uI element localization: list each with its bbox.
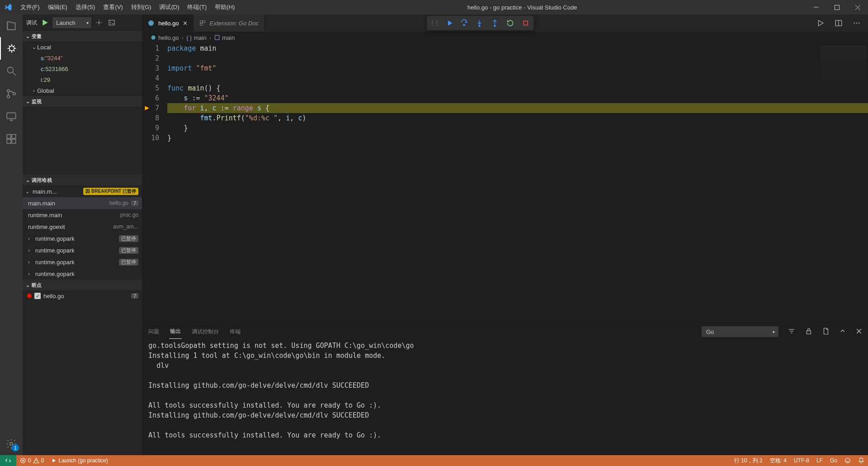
- maximize-button[interactable]: [826, 0, 847, 14]
- close-panel-icon[interactable]: [855, 328, 863, 336]
- variable-row[interactable]: i: 29: [23, 74, 142, 85]
- breakpoint-row[interactable]: ✓ hello.go 7: [23, 290, 142, 301]
- variable-row[interactable]: s: "3244": [23, 52, 142, 63]
- restart-button[interactable]: [505, 18, 516, 29]
- status-errors[interactable]: 0 0: [16, 455, 47, 466]
- debug-settings-gear-icon[interactable]: [94, 18, 104, 28]
- status-indent[interactable]: 空格: 4: [766, 455, 790, 466]
- status-cursor[interactable]: 行 10，列 2: [730, 455, 766, 466]
- chevron-down-icon: ⌄: [24, 177, 32, 183]
- status-launch[interactable]: Launch (go practice): [47, 455, 111, 466]
- svg-rect-18: [109, 20, 114, 25]
- open-log-file-icon[interactable]: [822, 327, 830, 337]
- start-debug-button[interactable]: [40, 18, 50, 28]
- menu-item[interactable]: 查看(V): [99, 0, 127, 14]
- menu-item[interactable]: 调试(D): [155, 0, 183, 14]
- maximize-panel-icon[interactable]: [839, 328, 846, 336]
- stack-frame-collapsed[interactable]: ›runtime.gopark 已暂停: [23, 244, 142, 256]
- stack-frame[interactable]: runtime.main proc.go: [23, 209, 142, 221]
- activity-extensions[interactable]: [0, 128, 23, 150]
- debug-config-select[interactable]: Launch: [52, 17, 91, 28]
- status-encoding[interactable]: UTF-8: [790, 455, 813, 466]
- stack-frame[interactable]: runtime.goexit asm_am...: [23, 221, 142, 233]
- breakpoint-checkbox[interactable]: ✓: [34, 293, 41, 299]
- editor-tab[interactable]: Extension: Go Doc: [194, 14, 265, 32]
- menu-item[interactable]: 选择(S): [71, 0, 99, 14]
- watch-section-header[interactable]: ⌄ 监视: [23, 96, 142, 107]
- menu-item[interactable]: 编辑(E): [44, 0, 71, 14]
- watch-body: [23, 107, 142, 175]
- menu-item[interactable]: 帮助(H): [211, 0, 239, 14]
- step-out-button[interactable]: [489, 18, 500, 29]
- menu-item[interactable]: 文件(F): [16, 0, 44, 14]
- activity-search[interactable]: [0, 60, 23, 82]
- filter-icon[interactable]: [787, 327, 796, 337]
- breakpoints-section-header[interactable]: ⌄ 断点: [23, 280, 142, 290]
- variables-section-header[interactable]: ⌄ 变量: [23, 31, 142, 42]
- panel-tab[interactable]: 终端: [229, 324, 242, 339]
- window-title: hello.go - go practice - Visual Studio C…: [239, 4, 806, 11]
- editor-group: hello.go✕Extension: Go Doc ⋮⋮ hello.go›{…: [142, 14, 868, 455]
- editor-tab[interactable]: hello.go✕: [142, 14, 194, 32]
- activity-remote[interactable]: [0, 105, 23, 128]
- close-window-button[interactable]: [847, 0, 868, 14]
- stack-frame-collapsed[interactable]: ›runtime.gopark 已暂停: [23, 233, 142, 244]
- panel-tabs: 问题输出调试控制台终端 Go: [142, 324, 868, 339]
- activity-source-control[interactable]: [0, 82, 23, 105]
- split-editor-button[interactable]: [834, 18, 844, 28]
- step-into-button[interactable]: [474, 18, 485, 29]
- status-feedback-icon[interactable]: [841, 455, 854, 466]
- svg-rect-10: [7, 113, 16, 119]
- chevron-down-icon: ⌄: [24, 99, 32, 105]
- stack-frame[interactable]: main.main hello.go7: [23, 197, 142, 209]
- lock-scroll-icon[interactable]: [805, 327, 813, 337]
- svg-point-7: [7, 90, 9, 92]
- bottom-panel: 问题输出调试控制台终端 Go go.toolsGo: [142, 324, 868, 455]
- breakpoint-dot-icon: [27, 294, 32, 298]
- activity-settings[interactable]: 1: [0, 433, 23, 455]
- step-over-button[interactable]: [459, 18, 470, 29]
- menu-item[interactable]: 转到(G): [127, 0, 156, 14]
- debug-toolbar[interactable]: ⋮⋮: [427, 16, 534, 30]
- continue-button[interactable]: [443, 18, 454, 29]
- drag-handle-icon[interactable]: ⋮⋮: [430, 20, 439, 26]
- status-lang[interactable]: Go: [826, 455, 841, 466]
- more-actions-button[interactable]: [852, 18, 862, 28]
- svg-point-9: [13, 92, 15, 95]
- output-body[interactable]: go.toolsGopath setting is not set. Using…: [142, 339, 868, 455]
- activity-run-debug[interactable]: [0, 37, 23, 60]
- code-editor[interactable]: 12345678910 package main import "fmt" fu…: [142, 43, 868, 324]
- debug-console-icon[interactable]: [107, 18, 117, 28]
- activity-explorer[interactable]: [0, 14, 23, 37]
- breadcrumb-item[interactable]: main: [214, 34, 235, 41]
- scope-global[interactable]: › Global: [23, 85, 142, 96]
- minimap[interactable]: [821, 45, 866, 90]
- stack-frame-collapsed[interactable]: ›runtime.gopark: [23, 268, 142, 280]
- output-channel-select[interactable]: Go: [702, 326, 778, 337]
- run-file-button[interactable]: [816, 18, 825, 28]
- remote-indicator[interactable]: [0, 455, 16, 466]
- stack-frame-collapsed[interactable]: ›runtime.gopark 已暂停: [23, 256, 142, 268]
- close-tab-icon[interactable]: ✕: [183, 20, 188, 27]
- panel-tab[interactable]: 输出: [169, 324, 182, 339]
- minimize-button[interactable]: [806, 0, 826, 14]
- svg-point-5: [7, 67, 13, 73]
- breadcrumb-item[interactable]: { }main: [186, 34, 206, 41]
- panel-tab[interactable]: 调试控制台: [191, 324, 220, 339]
- status-eol[interactable]: LF: [813, 455, 826, 466]
- svg-point-17: [98, 22, 100, 24]
- menu-item[interactable]: 终端(T): [183, 0, 211, 14]
- callstack-thread[interactable]: ⌄ main.m... 因 BREAKPOINT 已暂停: [23, 185, 142, 197]
- variable-row[interactable]: c: 5231866: [23, 63, 142, 74]
- breadcrumb-item[interactable]: hello.go: [150, 34, 179, 41]
- stop-button[interactable]: [520, 18, 531, 29]
- panel-tab[interactable]: 问题: [147, 324, 160, 339]
- svg-point-35: [151, 35, 155, 39]
- scope-local[interactable]: ⌄ Local: [23, 42, 142, 52]
- breadcrumb[interactable]: hello.go›{ }main›main: [142, 32, 868, 43]
- svg-point-8: [7, 95, 9, 98]
- title-bar: 文件(F)编辑(E)选择(S)查看(V)转到(G)调试(D)终端(T)帮助(H)…: [0, 0, 868, 14]
- svg-rect-41: [807, 331, 811, 334]
- callstack-section-header[interactable]: ⌄ 调用堆栈: [23, 175, 142, 185]
- status-notifications-icon[interactable]: [854, 455, 868, 466]
